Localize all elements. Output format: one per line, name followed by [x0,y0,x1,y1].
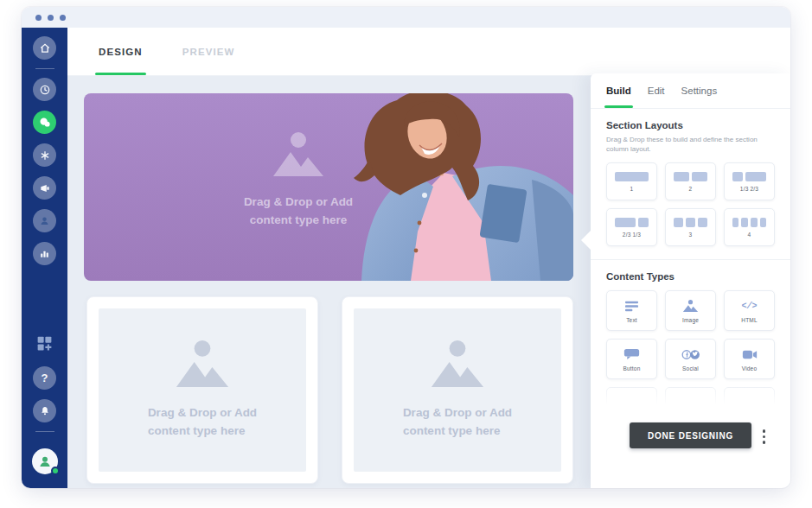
more-options-icon[interactable] [759,426,770,448]
clock-icon[interactable] [33,78,56,101]
html-icon: </> [741,299,757,314]
layout-tile-label: 1/3 2/3 [740,186,758,192]
reports-icon[interactable] [33,242,56,265]
campaigns-icon[interactable] [33,176,56,200]
tab-build[interactable]: Build [606,73,631,108]
layout-1-3-2-3-icon [732,172,767,181]
empty-section-card[interactable]: Drag & Drop or Add content type here [86,296,318,484]
layout-tile-label: 3 [689,232,693,238]
content-type-text[interactable]: Text [606,290,657,331]
chat-icon[interactable] [33,111,56,134]
hero-drop-placeholder: Drag & Drop or Add content type here [212,131,385,230]
more-content-types-faded [606,387,775,408]
card-placeholder-line1: Drag & Drop or Add [148,404,257,422]
home-icon[interactable] [33,36,56,60]
layout-tile-4[interactable]: 4 [724,208,775,246]
apps-grid-icon[interactable] [35,334,54,356]
tab-build-label: Build [606,86,631,96]
image-placeholder-icon [429,340,486,389]
layout-tile-3[interactable]: 3 [665,208,716,246]
image-icon [682,299,699,314]
layout-tile-1[interactable]: 1 [606,162,657,200]
build-panel: Build Edit Settings Section Layouts Drag… [591,73,790,488]
online-status-dot [51,467,60,475]
content-types-title: Content Types [606,271,775,282]
tab-settings-label: Settings [681,86,718,96]
button-icon [623,347,640,362]
tab-edit-label: Edit [648,86,665,96]
content-type-html[interactable]: </> HTML [724,290,775,331]
card-placeholder-line1: Drag & Drop or Add [403,404,512,422]
content-type-image[interactable]: Image [665,290,716,331]
content-type-video[interactable]: Video [724,339,775,379]
layout-1-icon [615,172,649,181]
social-icon [681,347,700,362]
sidebar-divider [35,68,54,69]
content-type-social[interactable]: Social [665,339,716,379]
sidebar: ? [22,28,67,488]
panel-divider [591,259,790,260]
content-type-label: Image [682,317,699,323]
help-glyph: ? [42,372,48,384]
card-placeholder-line2: content type here [403,422,512,441]
automation-icon[interactable] [33,143,56,167]
content-type-label: Social [682,365,699,371]
panel-actions: DONE DESIGNING [606,422,775,448]
tab-edit[interactable]: Edit [648,73,665,108]
video-icon [742,347,758,362]
image-placeholder-icon [174,340,231,389]
content-type-label: Video [742,365,758,371]
section-layout-grid: 1 2 1/3 2/3 2/3 1/3 3 [606,162,775,246]
layout-2-3-1-3-icon [615,218,649,227]
person-icon[interactable] [33,209,56,232]
tab-preview[interactable]: PREVIEW [182,28,235,75]
hero-placeholder-line2: content type here [212,212,385,230]
panel-pointer-arrow [581,231,591,250]
card-placeholder-line2: content type here [148,422,257,441]
layout-tile-label: 4 [748,232,751,238]
tab-settings[interactable]: Settings [681,73,718,108]
hero-image-section[interactable]: Drag & Drop or Add content type here [84,93,573,281]
user-avatar[interactable] [32,448,58,474]
traffic-light-dot [60,15,66,21]
section-layouts-description: Drag & Drop these to build and define th… [606,135,762,154]
layout-tile-label: 2 [689,186,693,192]
tab-preview-label: PREVIEW [182,47,235,57]
traffic-light-dot [48,15,54,21]
layout-tile-2[interactable]: 2 [665,162,716,200]
empty-section-card[interactable]: Drag & Drop or Add content type here [342,296,573,484]
app-window: ? DESIGN PREVIEW [22,7,790,488]
layout-tile-label: 1 [630,186,634,192]
layout-tile-1-3-2-3[interactable]: 1/3 2/3 [724,162,775,200]
content-type-label: HTML [741,317,758,323]
help-icon[interactable]: ? [33,366,56,390]
tab-design-label: DESIGN [99,47,143,57]
editor-header: DESIGN PREVIEW [67,28,790,76]
content-type-label: Button [623,365,641,371]
layout-2-icon [674,172,708,181]
layout-tile-2-3-1-3[interactable]: 2/3 1/3 [606,208,657,246]
image-placeholder-icon [272,131,325,178]
done-designing-button[interactable]: DONE DESIGNING [630,422,751,448]
tab-design[interactable]: DESIGN [99,28,143,75]
content-type-button[interactable]: Button [606,339,657,379]
layout-4-icon [732,218,767,227]
traffic-light-dot [35,15,42,21]
text-icon [624,299,639,314]
layout-3-icon [674,218,708,227]
sidebar-divider [35,431,54,432]
html-glyph: </> [741,302,757,311]
section-layouts-title: Section Layouts [606,120,775,130]
panel-tabs: Build Edit Settings [591,73,790,109]
hero-placeholder-line1: Drag & Drop or Add [212,194,385,212]
content-type-label: Text [626,317,637,323]
content-types-grid: Text Image </> HTML [606,290,775,379]
window-titlebar [22,7,790,28]
bell-icon[interactable] [33,399,56,422]
layout-tile-label: 2/3 1/3 [623,232,641,238]
